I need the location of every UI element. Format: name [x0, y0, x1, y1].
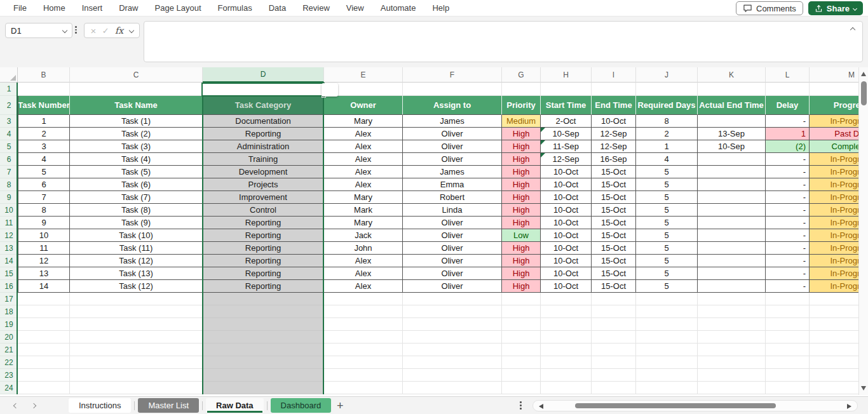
cell-D12[interactable]: Reporting: [203, 229, 324, 242]
column-header-H[interactable]: H: [541, 67, 592, 83]
cell-E12[interactable]: Jack: [324, 229, 403, 242]
cell-J9[interactable]: 5: [636, 191, 698, 204]
cell-E16[interactable]: Alex: [324, 280, 403, 293]
row-header-10[interactable]: 10: [0, 204, 18, 217]
vertical-scroll-thumb[interactable]: [861, 81, 867, 105]
cell-G24[interactable]: [502, 382, 541, 394]
cell-F11[interactable]: Oliver: [403, 217, 502, 229]
cell-H10[interactable]: 10-Oct: [541, 204, 592, 217]
cell-J18[interactable]: [636, 305, 698, 318]
sheet-tab-instructions[interactable]: Instructions: [69, 398, 131, 413]
cell-J20[interactable]: [636, 331, 698, 344]
cell-I8[interactable]: 15-Oct: [592, 178, 636, 191]
cell-H3[interactable]: 2-Oct: [541, 115, 592, 128]
cell-F5[interactable]: Oliver: [403, 140, 502, 153]
cell-G20[interactable]: [502, 331, 541, 344]
cell-B22[interactable]: [18, 356, 70, 369]
sheet-tab-raw-data[interactable]: Raw Data: [206, 398, 264, 413]
cell-K13[interactable]: [698, 242, 766, 255]
cell-I12[interactable]: 15-Oct: [592, 229, 636, 242]
cell-B8[interactable]: 6: [18, 178, 70, 191]
cell-H15[interactable]: 10-Oct: [541, 267, 592, 280]
cell-F18[interactable]: [403, 305, 502, 318]
cell-K1[interactable]: [698, 83, 766, 96]
cell-F19[interactable]: [403, 318, 502, 331]
horizontal-scrollbar[interactable]: [532, 400, 858, 411]
cell-L19[interactable]: [766, 318, 810, 331]
row-header-2[interactable]: 2: [0, 96, 18, 115]
cell-I22[interactable]: [592, 356, 636, 369]
cell-K23[interactable]: [698, 369, 766, 382]
cell-K19[interactable]: [698, 318, 766, 331]
cell-F7[interactable]: James: [403, 166, 502, 178]
cell-D23[interactable]: [203, 369, 324, 382]
cell-C22[interactable]: [70, 356, 203, 369]
cell-H23[interactable]: [541, 369, 592, 382]
cell-L10[interactable]: -: [766, 204, 810, 217]
cell-L22[interactable]: [766, 356, 810, 369]
cell-F3[interactable]: James: [403, 115, 502, 128]
cell-I11[interactable]: 15-Oct: [592, 217, 636, 229]
row-header-17[interactable]: 17: [0, 293, 18, 305]
cell-G13[interactable]: High: [502, 242, 541, 255]
cell-I13[interactable]: 15-Oct: [592, 242, 636, 255]
cell-G22[interactable]: [502, 356, 541, 369]
cell-J16[interactable]: 5: [636, 280, 698, 293]
cell-H13[interactable]: 10-Oct: [541, 242, 592, 255]
cell-D2[interactable]: Task Category: [203, 96, 324, 115]
menu-formulas[interactable]: Formulas: [210, 0, 261, 17]
cell-L23[interactable]: [766, 369, 810, 382]
row-header-1[interactable]: 1: [0, 83, 18, 96]
cell-E13[interactable]: John: [324, 242, 403, 255]
cell-M5[interactable]: Completed: [810, 140, 858, 153]
hscroll-right-icon[interactable]: [847, 404, 851, 409]
cell-C7[interactable]: Task (5): [70, 166, 203, 178]
cell-J22[interactable]: [636, 356, 698, 369]
cell-H14[interactable]: 10-Oct: [541, 255, 592, 267]
cell-D9[interactable]: Improvement: [203, 191, 324, 204]
cell-B3[interactable]: 1: [18, 115, 70, 128]
row-header-16[interactable]: 16: [0, 280, 18, 293]
cell-D10[interactable]: Control: [203, 204, 324, 217]
cell-M6[interactable]: In-Progress: [810, 153, 858, 166]
row-header-15[interactable]: 15: [0, 267, 18, 280]
cell-K20[interactable]: [698, 331, 766, 344]
cell-F1[interactable]: [403, 83, 502, 96]
cell-J2[interactable]: Required Days: [636, 96, 698, 115]
cell-I10[interactable]: 15-Oct: [592, 204, 636, 217]
row-header-6[interactable]: 6: [0, 153, 18, 166]
cell-K8[interactable]: [698, 178, 766, 191]
cell-G17[interactable]: [502, 293, 541, 305]
cell-F13[interactable]: Oliver: [403, 242, 502, 255]
cell-C20[interactable]: [70, 331, 203, 344]
cell-B7[interactable]: 5: [18, 166, 70, 178]
cell-B18[interactable]: [18, 305, 70, 318]
cell-B20[interactable]: [18, 331, 70, 344]
cell-G15[interactable]: High: [502, 267, 541, 280]
cell-L20[interactable]: [766, 331, 810, 344]
cell-H4[interactable]: 10-Sep: [541, 128, 592, 140]
cell-D16[interactable]: Reporting: [203, 280, 324, 293]
cell-H20[interactable]: [541, 331, 592, 344]
cell-D13[interactable]: Reporting: [203, 242, 324, 255]
cell-E23[interactable]: [324, 369, 403, 382]
active-cell-D1[interactable]: [201, 83, 325, 97]
menu-insert[interactable]: Insert: [74, 0, 111, 17]
cell-I16[interactable]: 15-Oct: [592, 280, 636, 293]
cell-G19[interactable]: [502, 318, 541, 331]
cell-J4[interactable]: 2: [636, 128, 698, 140]
cell-H17[interactable]: [541, 293, 592, 305]
cell-J7[interactable]: 5: [636, 166, 698, 178]
cell-D11[interactable]: Reporting: [203, 217, 324, 229]
cell-C4[interactable]: Task (2): [70, 128, 203, 140]
cell-H24[interactable]: [541, 382, 592, 394]
cell-L4[interactable]: 1: [766, 128, 810, 140]
cell-J23[interactable]: [636, 369, 698, 382]
cell-H16[interactable]: 10-Oct: [541, 280, 592, 293]
cell-M9[interactable]: In-Progress: [810, 191, 858, 204]
row-header-21[interactable]: 21: [0, 344, 18, 356]
cell-L11[interactable]: -: [766, 217, 810, 229]
row-header-20[interactable]: 20: [0, 331, 18, 344]
cell-K2[interactable]: Actual End Time: [698, 96, 766, 115]
cell-F4[interactable]: Oliver: [403, 128, 502, 140]
